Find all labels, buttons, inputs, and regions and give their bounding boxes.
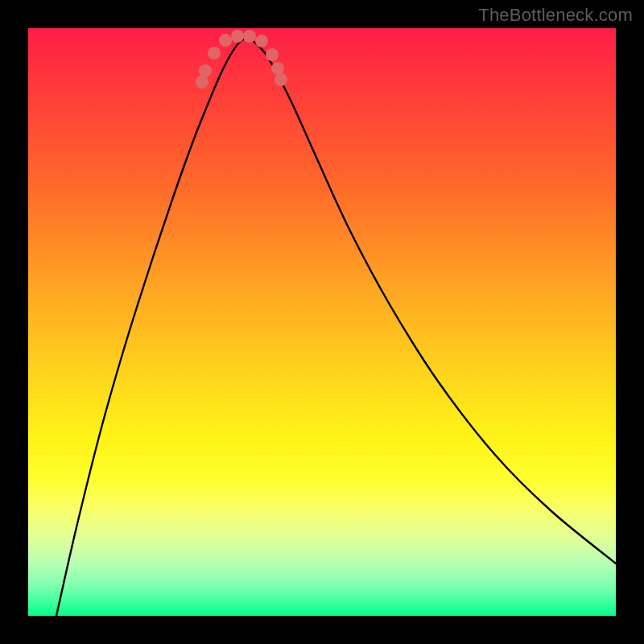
plot-area [28, 28, 616, 616]
highlight-dot [275, 73, 287, 86]
highlight-dot [243, 30, 256, 43]
highlight-dot [231, 30, 244, 43]
highlight-dot [271, 62, 284, 75]
bottleneck-curve [56, 38, 616, 616]
highlight-dots [196, 30, 287, 89]
highlight-dot [199, 64, 212, 77]
curve-svg [28, 28, 616, 616]
highlight-dot [196, 76, 208, 89]
highlight-dot [255, 35, 268, 47]
highlight-dot [219, 34, 232, 47]
highlight-dot [208, 47, 221, 60]
chart-frame: TheBottleneck.com [0, 0, 644, 644]
highlight-dot [266, 48, 279, 61]
watermark-text: TheBottleneck.com [478, 5, 633, 26]
